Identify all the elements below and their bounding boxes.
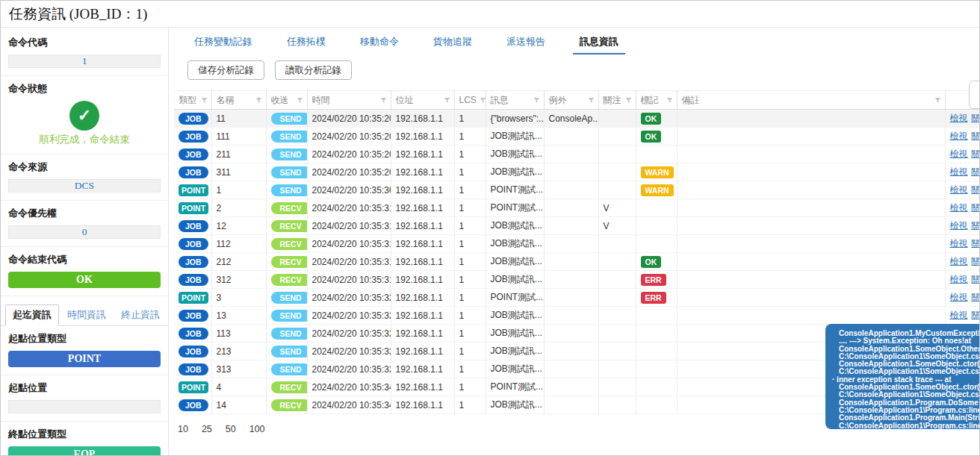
view-link[interactable]: 檢視: [950, 149, 968, 159]
filter-funnel-icon[interactable]: [444, 97, 450, 104]
main-tab-0[interactable]: 任務變動記錄: [187, 35, 259, 54]
cell-lcs: 1: [454, 396, 486, 414]
cell-addr: 192.168.1.1: [391, 396, 454, 414]
table-row[interactable]: POINT2RECV2024/02/20 10:35:31192.168.1.1…: [174, 199, 980, 217]
cmd-code-value[interactable]: 1: [8, 54, 161, 68]
table-row[interactable]: JOB212RECV2024/02/20 10:35:31192.168.1.1…: [174, 253, 980, 271]
watch-link[interactable]: 關注: [972, 113, 980, 123]
cell-watch: [598, 128, 636, 146]
cell-tag: [636, 217, 677, 235]
cell-time: 2024/02/20 10:35:32: [307, 325, 391, 343]
main-tab-5[interactable]: 訊息資訊: [573, 35, 625, 54]
watch-link[interactable]: 關注: [972, 238, 980, 249]
watch-link[interactable]: 關注: [972, 256, 980, 266]
start-type-button[interactable]: POINT: [8, 351, 161, 367]
job-info-window: 任務資訊 (JOB_ID：1) 命令代碼 1 命令狀態 ✓ 順利完成，命令結束 …: [0, 0, 980, 456]
cell-dir: SEND: [266, 325, 307, 343]
view-link[interactable]: 檢視: [950, 131, 968, 141]
cmd-source-value[interactable]: DCS: [8, 179, 161, 193]
view-link[interactable]: 檢視: [950, 202, 968, 213]
table-row[interactable]: JOB11SEND2024/02/20 10:35:20192.168.1.11…: [174, 110, 980, 128]
page-size-option-25[interactable]: 25: [202, 424, 212, 434]
table-row[interactable]: JOB312RECV2024/02/20 10:35:31192.168.1.1…: [174, 271, 980, 289]
filter-funnel-icon[interactable]: [666, 97, 673, 104]
filter-funnel-icon[interactable]: [480, 97, 486, 104]
view-link[interactable]: 檢視: [950, 256, 968, 266]
view-link[interactable]: 檢視: [950, 220, 968, 231]
sidebar-tab-2[interactable]: 終止資訊: [114, 305, 167, 325]
table-row[interactable]: POINT1SEND2024/02/20 10:35:30192.168.1.1…: [174, 181, 980, 199]
table-row[interactable]: JOB111SEND2024/02/20 10:35:20192.168.1.1…: [174, 128, 980, 146]
watch-link[interactable]: 關注: [972, 292, 980, 302]
filter-funnel-icon[interactable]: [934, 97, 941, 104]
column-header-note: 備註: [677, 91, 945, 110]
check-circle-icon: ✓: [69, 101, 99, 131]
cell-watch: [598, 378, 636, 396]
cell-note: [677, 289, 945, 307]
watch-link[interactable]: 關注: [972, 166, 980, 177]
tag-badge: ERR: [641, 274, 666, 286]
direction-badge: RECV: [271, 238, 308, 250]
table-row[interactable]: JOB311SEND2024/02/20 10:35:20192.168.1.1…: [174, 163, 980, 181]
page-size-option-10[interactable]: 10: [178, 424, 188, 434]
cmd-priority-field: 命令優先權 0: [1, 201, 168, 247]
watch-link[interactable]: 關注: [972, 274, 980, 284]
watch-link[interactable]: 關注: [972, 220, 980, 231]
cell-dir: RECV: [266, 396, 307, 414]
cell-dir: SEND: [266, 181, 307, 199]
table-row[interactable]: POINT3SEND2024/02/20 10:35:32192.168.1.1…: [174, 289, 980, 307]
view-link[interactable]: 檢視: [950, 274, 968, 284]
cmd-end-code-button[interactable]: OK: [8, 272, 161, 288]
watch-link[interactable]: 關注: [972, 131, 980, 141]
page-size-option-50[interactable]: 50: [226, 424, 236, 434]
sidebar-tab-1[interactable]: 時間資訊: [61, 305, 113, 325]
watch-link[interactable]: 關注: [972, 202, 980, 213]
filter-funnel-icon[interactable]: [380, 97, 387, 104]
filter-funnel-icon[interactable]: [297, 97, 303, 104]
page-size-option-100[interactable]: 100: [249, 424, 265, 434]
watch-link[interactable]: 關注: [972, 184, 980, 195]
end-type-button[interactable]: EQP: [8, 446, 161, 456]
cell-watch: [598, 396, 636, 414]
main-tab-1[interactable]: 任務拓樸: [280, 35, 332, 54]
load-analysis-button[interactable]: 讀取分析記錄: [275, 60, 352, 80]
filter-funnel-icon[interactable]: [255, 97, 262, 104]
cell-dir: RECV: [266, 271, 307, 289]
cell-note: [677, 199, 945, 217]
view-link[interactable]: 檢視: [950, 310, 968, 320]
filter-funnel-icon[interactable]: [588, 97, 595, 104]
save-analysis-button[interactable]: 儲存分析記錄: [187, 60, 264, 80]
watch-link[interactable]: 關注: [972, 149, 980, 159]
clipped-corner-button[interactable]: [969, 81, 980, 109]
filter-funnel-icon[interactable]: [533, 97, 540, 104]
table-row[interactable]: JOB112RECV2024/02/20 10:35:31192.168.1.1…: [174, 235, 980, 253]
view-link[interactable]: 檢視: [950, 184, 968, 195]
watch-link[interactable]: 關注: [972, 310, 980, 320]
view-link[interactable]: 檢視: [950, 113, 968, 123]
cell-msg: JOB測試訊...: [486, 253, 544, 271]
cmd-source-field: 命令來源 DCS: [1, 154, 168, 201]
main-tab-2[interactable]: 移動命令: [353, 35, 406, 54]
cell-type: JOB: [174, 343, 211, 360]
main-tab-3[interactable]: 貨物追蹤: [427, 35, 479, 54]
sidebar-tabs: 起迄資訊時間資訊終止資訊: [1, 298, 168, 326]
table-row[interactable]: JOB211SEND2024/02/20 10:35:20192.168.1.1…: [174, 146, 980, 163]
filter-funnel-icon[interactable]: [201, 97, 208, 104]
analysis-toolbar: 儲存分析記錄讀取分析記錄: [187, 60, 979, 80]
sidebar-tab-0[interactable]: 起迄資訊: [5, 304, 59, 326]
view-link[interactable]: 檢視: [950, 238, 968, 249]
main-tab-4[interactable]: 派送報告: [500, 35, 552, 54]
cell-type: JOB: [174, 253, 211, 271]
cell-name: 1: [211, 181, 266, 199]
cell-msg: JOB測試訊...: [486, 271, 544, 289]
cmd-end-code-label: 命令結束代碼: [8, 253, 161, 266]
table-row[interactable]: JOB13SEND2024/02/20 10:35:32192.168.1.11…: [174, 307, 980, 325]
view-link[interactable]: 檢視: [950, 292, 968, 302]
table-row[interactable]: JOB12RECV2024/02/20 10:35:31192.168.1.11…: [174, 217, 980, 235]
cell-dir: RECV: [266, 253, 307, 271]
cmd-priority-value[interactable]: 0: [8, 225, 161, 239]
view-link[interactable]: 檢視: [950, 166, 968, 177]
start-pos-value[interactable]: [8, 400, 161, 413]
filter-funnel-icon[interactable]: [625, 97, 632, 104]
cell-exc: [544, 343, 598, 360]
